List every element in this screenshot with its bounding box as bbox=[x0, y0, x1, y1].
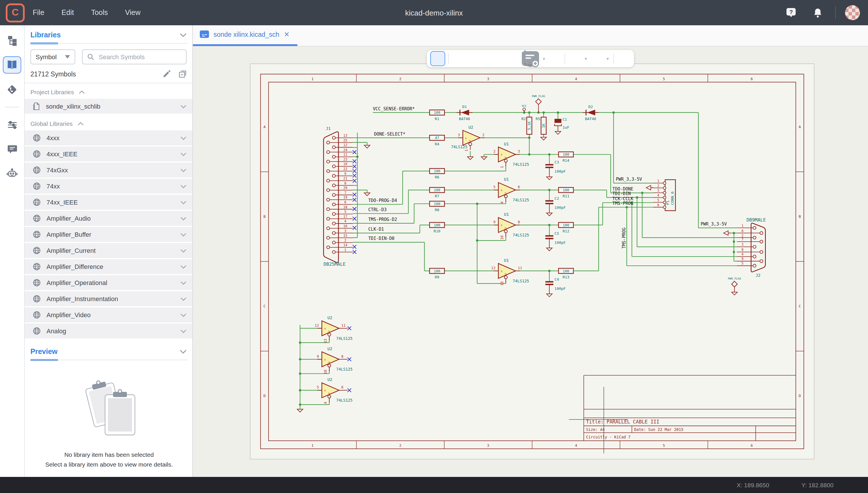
junction[interactable] bbox=[299, 389, 301, 391]
junction[interactable] bbox=[528, 153, 530, 156]
gate-enable-bubble[interactable] bbox=[504, 195, 507, 198]
connector-pin[interactable] bbox=[333, 165, 335, 168]
connector-pin[interactable] bbox=[753, 236, 756, 239]
connector-pin[interactable] bbox=[333, 155, 335, 158]
connector-pin[interactable] bbox=[333, 232, 335, 234]
library-row[interactable]: 74xx bbox=[25, 179, 192, 194]
connector-pin[interactable] bbox=[333, 184, 335, 187]
libraries-icon[interactable] bbox=[3, 56, 21, 73]
connector-pin[interactable] bbox=[327, 208, 329, 211]
library-row[interactable]: Amplifier_Audio bbox=[25, 211, 192, 226]
capacitor-C1[interactable] bbox=[554, 119, 562, 123]
junction[interactable] bbox=[528, 137, 530, 139]
project-tree-icon[interactable] bbox=[3, 32, 21, 48]
library-row[interactable]: Amplifier_Buffer bbox=[25, 227, 192, 242]
connector-pin[interactable] bbox=[753, 245, 756, 248]
junction[interactable] bbox=[733, 251, 735, 253]
connector-pin[interactable] bbox=[327, 217, 329, 220]
junction[interactable] bbox=[543, 111, 545, 114]
connector-pin[interactable] bbox=[663, 182, 666, 185]
chevron-down-icon[interactable] bbox=[180, 33, 187, 37]
junction[interactable] bbox=[548, 224, 551, 226]
junction[interactable] bbox=[733, 232, 735, 234]
gate-enable-bubble[interactable] bbox=[469, 143, 472, 145]
library-row[interactable]: Amplifier_Operational bbox=[25, 275, 192, 290]
library-row[interactable]: Amplifier_Video bbox=[25, 307, 192, 322]
schematic-canvas[interactable]: 112233445566AABBCCDDTitle: PARALLEL CABL… bbox=[193, 46, 868, 477]
junction[interactable] bbox=[476, 239, 478, 242]
assistant-icon[interactable] bbox=[3, 165, 21, 181]
comment-add-tool[interactable] bbox=[617, 52, 631, 65]
junction[interactable] bbox=[625, 206, 628, 208]
connector-pin[interactable] bbox=[663, 206, 666, 209]
schematic-drawing[interactable]: 112233445566AABBCCDDTitle: PARALLEL CABL… bbox=[193, 46, 868, 477]
library-row[interactable]: 4xxx_IEEE bbox=[25, 147, 192, 162]
junction[interactable] bbox=[548, 153, 551, 156]
junction[interactable] bbox=[613, 111, 615, 114]
connector-pin[interactable] bbox=[663, 191, 666, 194]
junction[interactable] bbox=[528, 111, 530, 114]
library-row[interactable]: 4xxx bbox=[25, 130, 192, 145]
library-row[interactable]: Analog bbox=[25, 323, 192, 339]
library-row[interactable]: Amplifier_Instrumentation bbox=[25, 291, 192, 306]
junction[interactable] bbox=[299, 372, 301, 374]
menu-edit[interactable]: Edit bbox=[62, 8, 74, 17]
connector-pin[interactable] bbox=[753, 255, 756, 258]
junction[interactable] bbox=[641, 192, 643, 194]
connector-pin[interactable] bbox=[333, 222, 335, 225]
junction[interactable] bbox=[733, 240, 735, 243]
connector-pin[interactable] bbox=[333, 241, 335, 244]
menu-view[interactable]: View bbox=[125, 8, 141, 17]
junction[interactable] bbox=[548, 189, 551, 191]
connector-pin[interactable] bbox=[327, 227, 329, 230]
avatar[interactable] bbox=[845, 5, 860, 20]
global-libraries-section[interactable]: Global Libraries bbox=[25, 115, 192, 130]
connector-pin[interactable] bbox=[663, 196, 666, 199]
version-control-icon[interactable] bbox=[3, 82, 21, 98]
junction[interactable] bbox=[299, 358, 301, 361]
connector-pin[interactable] bbox=[333, 193, 335, 196]
settings-icon[interactable] bbox=[3, 116, 21, 133]
connector-pin[interactable] bbox=[333, 136, 335, 139]
connector-pin[interactable] bbox=[753, 264, 756, 267]
connector-pin[interactable] bbox=[327, 160, 329, 163]
junction[interactable] bbox=[299, 403, 301, 406]
connector-pin[interactable] bbox=[333, 203, 335, 206]
gate-enable-bubble[interactable] bbox=[504, 230, 507, 233]
menu-tools[interactable]: Tools bbox=[91, 8, 108, 17]
connector-pin[interactable] bbox=[327, 236, 329, 239]
connector-pin[interactable] bbox=[327, 151, 329, 153]
pencil-icon[interactable] bbox=[162, 70, 170, 78]
connector-pin[interactable] bbox=[333, 213, 335, 215]
connector-pin[interactable] bbox=[327, 179, 329, 182]
connector-pin[interactable] bbox=[753, 227, 756, 229]
junction[interactable] bbox=[636, 196, 638, 198]
gate-enable-bubble[interactable] bbox=[328, 364, 331, 367]
connector-pin[interactable] bbox=[663, 187, 666, 189]
gate-enable-bubble[interactable] bbox=[328, 395, 331, 398]
junction[interactable] bbox=[356, 155, 359, 158]
connector-pin[interactable] bbox=[327, 246, 329, 249]
connector-pin[interactable] bbox=[760, 232, 763, 234]
search-box[interactable] bbox=[82, 49, 187, 64]
gate-enable-bubble[interactable] bbox=[504, 159, 507, 162]
app-logo-icon[interactable]: C bbox=[6, 3, 25, 22]
connector-pin[interactable] bbox=[760, 240, 763, 243]
junction[interactable] bbox=[548, 270, 551, 272]
help-icon[interactable]: ? bbox=[782, 5, 800, 21]
chevron-down-icon[interactable] bbox=[180, 349, 187, 354]
connector-pin[interactable] bbox=[327, 189, 329, 192]
project-libraries-section[interactable]: Project Libraries bbox=[25, 83, 192, 99]
comments-icon[interactable] bbox=[3, 141, 21, 157]
connector-pin[interactable] bbox=[333, 174, 335, 177]
bell-icon[interactable] bbox=[809, 5, 826, 21]
search-input[interactable] bbox=[98, 53, 181, 61]
connector-pin[interactable] bbox=[327, 141, 329, 144]
connector-pin[interactable] bbox=[760, 251, 763, 253]
symbol-type-select[interactable]: Symbol bbox=[30, 49, 75, 64]
tab-close-icon[interactable]: ✕ bbox=[284, 30, 290, 38]
connector-pin[interactable] bbox=[333, 146, 335, 149]
library-row[interactable]: Amplifier_Current bbox=[25, 243, 192, 258]
junction[interactable] bbox=[557, 111, 559, 114]
library-row[interactable]: 74xGxx bbox=[25, 163, 192, 177]
